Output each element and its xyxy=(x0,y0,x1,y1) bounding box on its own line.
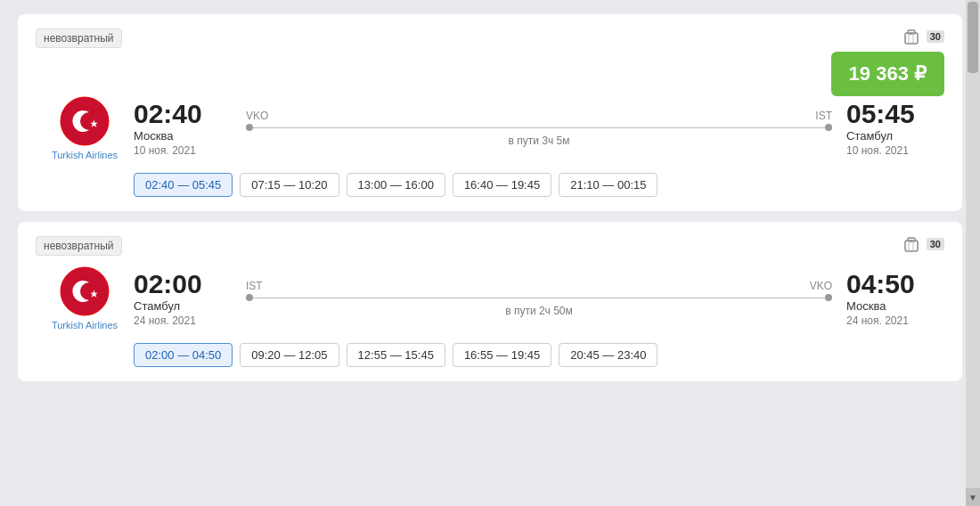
baggage-number: 30 xyxy=(927,30,944,43)
arrival-code: VKO xyxy=(810,280,832,292)
time-slot-5[interactable]: 20:45 — 23:40 xyxy=(559,343,657,367)
departure-time: 02:00 xyxy=(134,271,202,298)
right-col: 30 19 363 ₽ xyxy=(831,29,944,96)
route-duration: в пути 3ч 5м xyxy=(509,135,570,147)
svg-rect-0 xyxy=(905,33,918,44)
departure-code: IST xyxy=(246,280,263,292)
arrival-date: 10 ноя. 2021 xyxy=(846,144,909,157)
route-dot-left xyxy=(246,124,253,131)
arrival-city: Стамбул xyxy=(846,129,893,143)
non-refundable-badge: невозвратный xyxy=(36,29,122,48)
time-slot-4[interactable]: 16:55 — 19:45 xyxy=(453,343,551,367)
route-dot-right xyxy=(825,124,832,131)
route-duration: в пути 2ч 50м xyxy=(505,305,573,317)
departure-city: Москва xyxy=(134,129,173,143)
arrival-time: 04:50 xyxy=(846,271,915,298)
svg-point-12 xyxy=(67,273,102,309)
time-slot-4[interactable]: 16:40 — 19:45 xyxy=(453,173,551,197)
airline-name: Turkish Airlines xyxy=(52,320,118,331)
route-line-segment xyxy=(253,127,825,128)
route-line-segment xyxy=(253,298,825,298)
arrival-info: 05:45 Стамбул 10 ноя. 2021 xyxy=(846,101,944,157)
flight-main-row: Turkish Airlines 02:40 Москва 10 ноя. 20… xyxy=(36,96,944,160)
flight-card-1: невозвратный 30 19 363 ₽ Turkish Airline… xyxy=(18,14,962,211)
baggage-badge: 30 xyxy=(904,29,944,45)
route-dot-left xyxy=(246,294,253,301)
airline-name: Turkish Airlines xyxy=(52,150,118,160)
scroll-track[interactable] xyxy=(966,0,980,488)
route-middle: IST VKO в пути 2ч 50м xyxy=(232,280,846,317)
time-slot-2[interactable]: 07:15 — 10:20 xyxy=(240,173,339,197)
arrival-city: Москва xyxy=(846,299,886,313)
baggage-icon xyxy=(904,29,924,45)
right-col: 30 xyxy=(904,236,944,252)
time-slot-5[interactable]: 21:10 — 00:15 xyxy=(559,173,657,197)
route-codes: VKO IST xyxy=(246,110,832,122)
route-codes: IST VKO xyxy=(246,280,832,292)
route-line xyxy=(246,294,832,301)
flight-card-2: невозвратный 30 Turkish Airlines 02:00 С… xyxy=(18,222,962,381)
non-refundable-badge: невозвратный xyxy=(36,236,122,256)
arrival-code: IST xyxy=(815,110,832,122)
baggage-number: 30 xyxy=(927,238,944,250)
scrollbar[interactable]: ▼ xyxy=(966,0,980,506)
page-wrapper: невозвратный 30 19 363 ₽ Turkish Airline… xyxy=(18,14,962,392)
time-slot-3[interactable]: 13:00 — 16:00 xyxy=(347,173,445,197)
airline-info: Turkish Airlines xyxy=(36,96,134,160)
arrival-info: 04:50 Москва 24 ноя. 2021 xyxy=(846,271,944,327)
price-button[interactable]: 19 363 ₽ xyxy=(831,52,944,96)
time-slot-3[interactable]: 12:55 — 15:45 xyxy=(347,343,445,367)
route-line xyxy=(246,124,832,131)
departure-time: 02:40 xyxy=(134,101,202,127)
svg-point-5 xyxy=(67,103,102,139)
route-middle: VKO IST в пути 3ч 5м xyxy=(232,110,846,147)
time-slot-1[interactable]: 02:40 — 05:45 xyxy=(134,173,233,197)
arrival-date: 24 ноя. 2021 xyxy=(846,314,909,327)
arrival-time: 05:45 xyxy=(846,101,915,127)
baggage-badge: 30 xyxy=(904,236,944,252)
top-row: невозвратный 30 xyxy=(36,236,944,266)
departure-city: Стамбул xyxy=(134,299,180,313)
top-row: невозвратный 30 19 363 ₽ xyxy=(36,29,944,96)
svg-rect-7 xyxy=(905,241,918,251)
departure-info: 02:40 Москва 10 ноя. 2021 xyxy=(134,101,232,157)
time-slots: 02:40 — 05:4507:15 — 10:2013:00 — 16:001… xyxy=(134,173,944,197)
airline-logo xyxy=(60,266,110,316)
route-dot-right xyxy=(825,294,832,301)
airline-info: Turkish Airlines xyxy=(36,266,134,331)
time-slot-1[interactable]: 02:00 — 04:50 xyxy=(134,343,233,367)
airline-logo xyxy=(60,96,110,146)
scroll-arrow-down[interactable]: ▼ xyxy=(966,488,980,506)
scroll-thumb[interactable] xyxy=(968,2,978,73)
time-slots: 02:00 — 04:5009:20 — 12:0512:55 — 15:451… xyxy=(134,343,944,367)
baggage-icon xyxy=(904,236,924,252)
departure-info: 02:00 Стамбул 24 ноя. 2021 xyxy=(134,271,232,327)
time-slot-2[interactable]: 09:20 — 12:05 xyxy=(240,343,339,367)
flight-main-row: Turkish Airlines 02:00 Стамбул 24 ноя. 2… xyxy=(36,266,944,331)
departure-date: 10 ноя. 2021 xyxy=(134,144,196,157)
departure-code: VKO xyxy=(246,110,268,122)
departure-date: 24 ноя. 2021 xyxy=(134,314,196,327)
